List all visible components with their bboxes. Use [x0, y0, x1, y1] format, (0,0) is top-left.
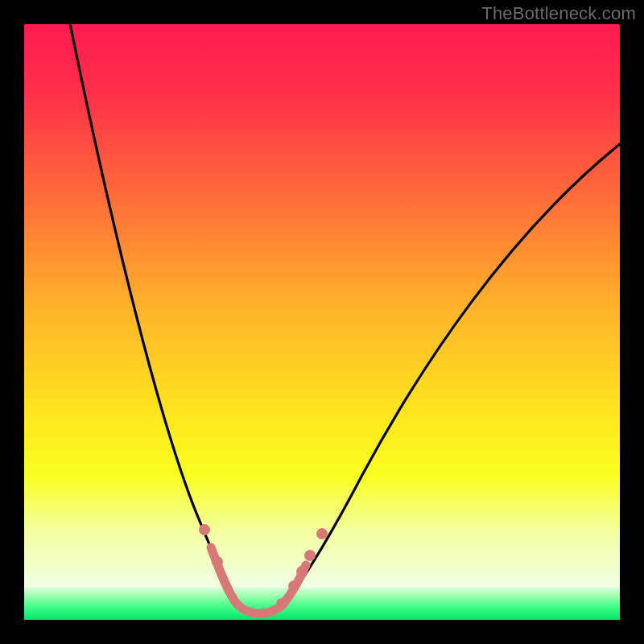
marker-dot	[316, 528, 328, 539]
highlight-segment	[211, 547, 306, 613]
watermark-text: TheBottleneck.com	[481, 3, 636, 24]
chart-frame: TheBottleneck.com	[0, 0, 644, 644]
marker-dot	[212, 556, 223, 568]
curve-path	[68, 24, 620, 613]
plot-area	[24, 24, 620, 620]
marker-dot	[199, 524, 210, 535]
marker-dot	[304, 550, 316, 561]
marker-dot	[296, 566, 308, 577]
marker-dot	[288, 580, 299, 592]
bottleneck-curve	[24, 24, 620, 620]
marker-dot	[276, 598, 287, 609]
